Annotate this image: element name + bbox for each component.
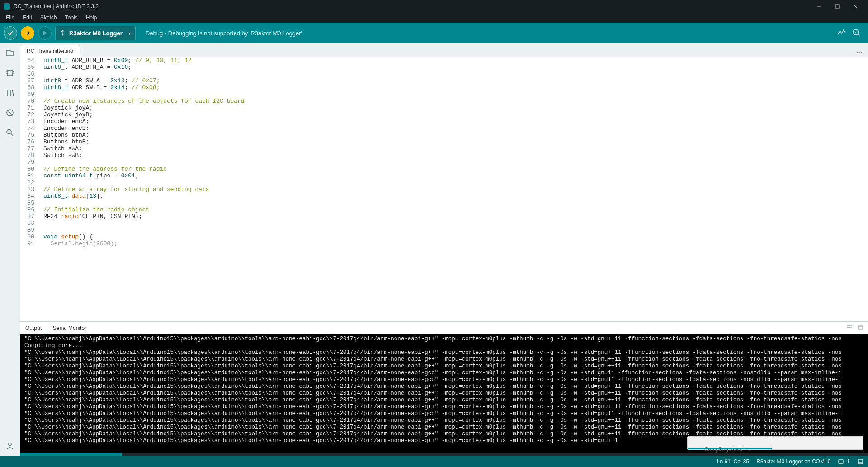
editor-code-area[interactable]: uint8_t ADR_BTN_B = 0x09; // 9, 10, 11, … xyxy=(38,57,868,321)
svg-point-10 xyxy=(855,32,856,33)
svg-rect-1 xyxy=(835,5,839,8)
editor-tabbar: RC_Transmitter.ino ⋯ xyxy=(20,43,868,57)
arduino-app-icon xyxy=(4,3,10,10)
compiling-progress-bar xyxy=(688,448,772,450)
menu-help[interactable]: Help xyxy=(83,14,100,22)
svg-marker-5 xyxy=(43,31,47,35)
svg-line-19 xyxy=(12,90,14,96)
window-maximize-button[interactable] xyxy=(828,0,846,13)
search-icon[interactable] xyxy=(5,128,15,138)
status-cursor-position[interactable]: Ln 61, Col 35 xyxy=(717,458,749,465)
output-clear-icon[interactable] xyxy=(857,324,863,332)
status-board-port[interactable]: R3aktor M0 Logger on COM10 xyxy=(756,458,830,465)
editor-gutter: 64 65 66 67 68 69 70 71 72 73 74 75 76 7… xyxy=(20,57,38,321)
debug-button[interactable] xyxy=(38,26,52,40)
window-minimize-button[interactable] xyxy=(810,0,828,13)
board-selector[interactable]: R3aktor M0 Logger ▾ xyxy=(55,26,136,40)
svg-line-21 xyxy=(7,110,13,115)
chevron-down-icon: ▾ xyxy=(128,31,131,36)
svg-rect-28 xyxy=(859,326,862,329)
board-selector-label: R3aktor M0 Logger xyxy=(69,30,123,37)
sketchbook-icon[interactable] xyxy=(5,48,15,58)
activity-bar xyxy=(0,43,20,456)
status-notifications[interactable]: 1 xyxy=(838,458,850,465)
window-title: RC_Transmitter | Arduino IDE 2.3.2 xyxy=(14,3,99,10)
boards-manager-icon[interactable] xyxy=(5,68,15,78)
serial-plotter-icon[interactable] xyxy=(837,28,846,38)
code-editor[interactable]: 64 65 66 67 68 69 70 71 72 73 74 75 76 7… xyxy=(20,57,868,321)
serial-monitor-icon[interactable] xyxy=(852,28,861,38)
usb-icon xyxy=(60,29,66,37)
bottom-progress-track xyxy=(20,453,868,456)
tab-output[interactable]: Output xyxy=(20,322,47,334)
tab-serial-monitor[interactable]: Serial Monitor xyxy=(47,322,92,334)
tab-overflow-icon[interactable]: ⋯ xyxy=(851,49,868,57)
svg-line-9 xyxy=(858,34,860,36)
menu-edit[interactable]: Edit xyxy=(19,14,35,22)
svg-rect-29 xyxy=(839,460,843,463)
menu-sketch[interactable]: Sketch xyxy=(37,14,60,22)
status-notifications-count: 1 xyxy=(847,458,850,465)
window-titlebar: RC_Transmitter | Arduino IDE 2.3.2 xyxy=(0,0,868,13)
bottom-progress-fill xyxy=(20,453,122,456)
statusbar: Ln 61, Col 35 R3aktor M0 Logger on COM10… xyxy=(0,456,868,467)
svg-rect-30 xyxy=(858,459,863,464)
menu-tools[interactable]: Tools xyxy=(62,14,81,22)
menu-file[interactable]: File xyxy=(3,14,18,22)
svg-rect-11 xyxy=(7,70,13,76)
output-console[interactable]: "C:\\Users\\noahj\\AppData\\Local\\Ardui… xyxy=(20,334,868,453)
window-close-button[interactable] xyxy=(846,0,864,13)
verify-button[interactable] xyxy=(4,26,17,40)
editor-tab-active[interactable]: RC_Transmitter.ino xyxy=(20,45,80,57)
upload-button[interactable] xyxy=(21,26,34,40)
svg-point-22 xyxy=(7,129,11,134)
editor-tab-label: RC_Transmitter.ino xyxy=(27,48,73,54)
output-options-icon[interactable] xyxy=(846,324,853,332)
library-manager-icon[interactable] xyxy=(5,88,15,98)
svg-point-24 xyxy=(9,443,11,446)
debug-panel-icon[interactable] xyxy=(5,108,15,118)
compiling-toast: Compiling sketch... xyxy=(687,436,863,450)
menubar: File Edit Sketch Tools Help xyxy=(0,13,868,23)
toolbar: R3aktor M0 Logger ▾ Debug - Debugging is… xyxy=(0,23,868,43)
status-close-panel-icon[interactable] xyxy=(857,458,863,465)
bottom-panel-tabs: Output Serial Monitor xyxy=(20,321,868,334)
compiling-toast-text: Compiling sketch... xyxy=(704,446,750,453)
debug-unsupported-message: Debug - Debugging is not supported by 'R… xyxy=(146,30,302,37)
account-icon[interactable] xyxy=(5,441,15,451)
svg-line-23 xyxy=(11,133,13,136)
